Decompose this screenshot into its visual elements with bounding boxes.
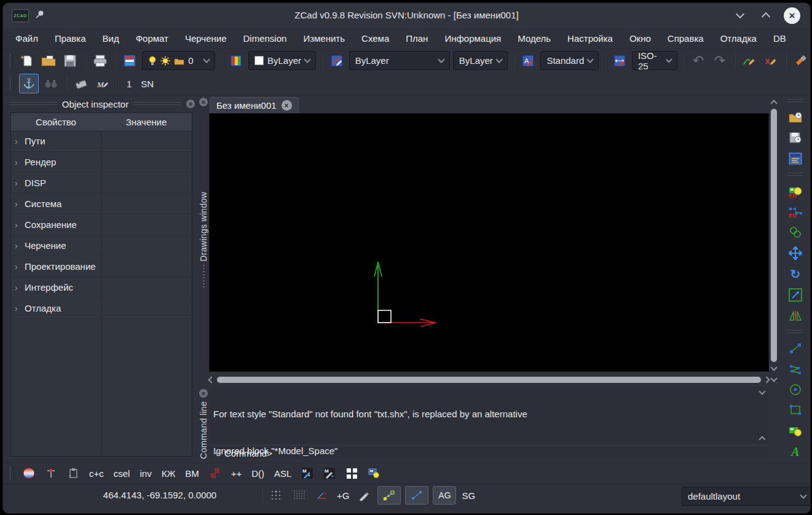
menu-information[interactable]: Информация [444,33,501,44]
menu-draw[interactable]: Черчение [185,33,227,44]
tree-row-interface[interactable]: ›Интерфейс [11,277,192,298]
menu-db[interactable]: DB [773,33,786,44]
tile-windows-button[interactable] [342,465,361,481]
dimstyle-combo[interactable]: ISO-25 [632,51,677,70]
cmd-inv-button[interactable]: inv [136,468,154,479]
circle-tool-button[interactable] [788,383,803,396]
macro-edit-button[interactable]: M* [298,465,317,481]
menu-schema[interactable]: Схема [361,33,389,44]
scale-button[interactable] [788,288,803,302]
scroll-up-icon[interactable] [770,100,777,106]
expander-icon[interactable]: › [15,157,20,167]
menu-model[interactable]: Модель [518,33,551,44]
render-sphere-button[interactable] [20,465,38,481]
toolbar-grip[interactable] [787,330,803,334]
prompt-collapse-icon[interactable] [213,448,220,455]
save-button[interactable] [61,52,79,70]
polyline-tool-button[interactable] [788,363,803,375]
log-scroll-down-icon[interactable] [759,388,765,395]
menu-edit[interactable]: Правка [55,33,86,44]
tree-row-debug[interactable]: ›Отладка [11,298,192,319]
expander-icon[interactable]: › [15,178,20,188]
autosave-button[interactable] [788,132,803,144]
cmd-plusplus-button[interactable]: ++ [228,468,245,479]
expander-icon[interactable]: › [15,283,20,293]
toolbar-grip[interactable] [10,76,14,91]
textstyle-combo[interactable]: Standard [540,51,599,70]
color-combo[interactable]: ByLayer [248,51,316,70]
rotate-button[interactable]: ↻ [788,268,803,280]
line-tool-button[interactable] [788,342,803,355]
open-recent-button[interactable] [788,111,803,124]
tree-row-paths[interactable]: ›Пути [11,131,192,152]
new-file-button[interactable] [18,52,36,70]
menu-help[interactable]: Справка [668,33,704,44]
tree-row-system[interactable]: ›Система [11,194,192,214]
select-similar-button[interactable] [788,226,803,238]
menu-settings[interactable]: Настройка [567,33,613,44]
layers-button[interactable] [120,52,139,70]
cmd-dparen-button[interactable]: D() [248,468,267,479]
drawing-canvas[interactable] [209,113,769,372]
edit-block-button[interactable]: ED [788,185,803,197]
maximize-button[interactable] [758,7,774,23]
redo-button[interactable]: ↷ [711,52,729,70]
scroll-right-icon[interactable] [763,376,770,383]
command-close-icon[interactable]: × [199,389,208,398]
toolbar-grip[interactable] [10,466,14,481]
expander-icon[interactable]: › [15,220,20,230]
column-header-value[interactable]: Значение [101,113,192,131]
polar-tracking-button[interactable] [405,486,428,505]
close-button[interactable]: × [784,7,800,24]
edit-polyline-button[interactable]: ED [788,205,803,218]
search-button[interactable] [42,74,60,93]
scroll-left-icon[interactable] [208,376,215,383]
expander-icon[interactable]: › [15,241,20,251]
tree-row-design[interactable]: ›Проектирование [11,256,192,277]
undo-button[interactable]: ↶ [689,52,708,70]
expander-icon[interactable]: › [15,262,20,272]
menu-debug[interactable]: Отладка [720,33,757,44]
column-header-property[interactable]: Свойство [11,113,101,131]
rectangle-tool-button[interactable] [788,404,803,416]
tree-row-drawing[interactable]: ›Черчение [11,235,192,256]
panel-grip[interactable] [9,102,57,106]
open-file-button[interactable] [39,52,58,70]
ag-toggle-button[interactable]: AG [433,486,456,505]
insert-block-button[interactable] [788,425,803,437]
tag-button[interactable] [72,74,90,93]
pin-point-button[interactable] [42,465,60,481]
red-blocks-button[interactable] [206,465,224,481]
tree-row-saving[interactable]: ›Сохранение [11,214,192,235]
textstyle-button[interactable]: A [519,52,537,70]
toolbar-grip[interactable] [787,99,803,103]
cmd-cpluscopy-button[interactable]: c+c [86,468,107,479]
drawing-tab[interactable]: Без имени001 × [210,97,299,113]
vertical-scrollbar[interactable] [770,98,778,384]
print-button[interactable] [91,52,109,70]
format-painter-button[interactable] [792,52,810,70]
mirror-button[interactable] [788,310,803,322]
drawings-window-splitter[interactable]: × Drawings window [197,96,210,387]
command-input[interactable]: Command> [210,445,768,460]
hscroll-thumb[interactable] [217,377,761,383]
cmd-csel-button[interactable]: csel [111,468,133,479]
edit-text-button[interactable]: M [93,74,112,93]
toolbar-grip[interactable] [787,173,803,177]
vscroll-thumb[interactable] [771,109,777,362]
scroll-down-icon[interactable] [770,375,777,382]
menu-plan[interactable]: План [406,33,428,44]
menu-view[interactable]: Вид [103,33,119,44]
tree-row-render[interactable]: ›Рендер [11,152,192,173]
anchor-snap-button[interactable]: ⚓ [19,74,39,93]
tab-close-icon[interactable]: × [282,100,292,111]
grid-toggle-button[interactable] [267,487,286,503]
menu-window[interactable]: Окно [629,33,651,44]
clipboard-button[interactable] [64,465,82,481]
expander-icon[interactable]: › [15,304,20,313]
menu-modify[interactable]: Изменить [303,33,345,44]
toolbar-grip[interactable] [10,53,13,68]
text-tool-button[interactable]: A [788,445,803,459]
spline-edit-button[interactable] [762,52,780,70]
expander-icon[interactable]: › [15,136,20,146]
